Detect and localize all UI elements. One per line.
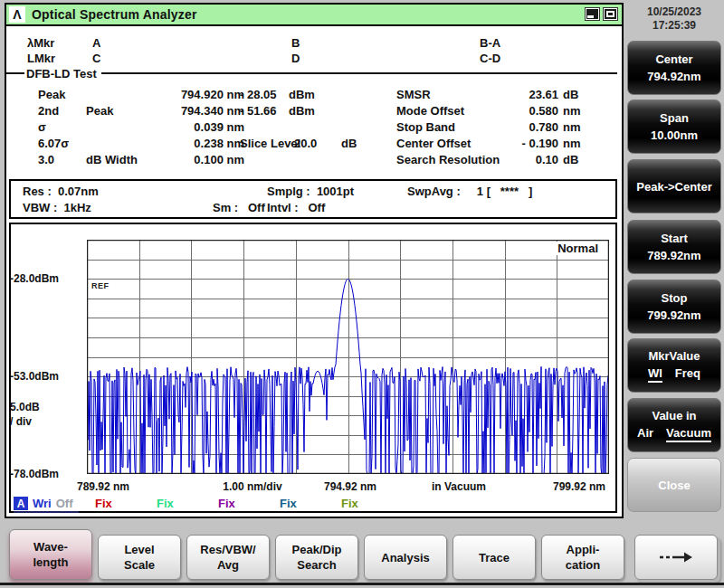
softkey-close[interactable]: Close: [627, 458, 721, 512]
bottom-divider: [0, 583, 724, 585]
window-title: Optical Spectrum Analyzer: [32, 7, 197, 22]
y-axis-ref-label: -28.0dBm: [10, 272, 84, 285]
y-axis-scale-label2: / div: [10, 415, 84, 428]
dashed-right-arrow-icon: [658, 550, 694, 564]
result-row-stop-band: Stop Band 0.780 nm: [396, 119, 614, 136]
fkey-application[interactable]: Appli-cation: [541, 535, 624, 580]
x-axis-center-label: 794.92 nm: [324, 480, 376, 494]
value-in-option-air[interactable]: Air: [637, 426, 653, 442]
marker-row-label: LMkr: [27, 51, 55, 66]
x-axis-perdiv-label: 1.00 nm/div: [223, 480, 281, 494]
date-text: 10/25/2023: [626, 5, 722, 19]
result-row-2nd-peak: 2nd Peak 794.340 nm - 51.66 dBm: [6, 103, 395, 119]
vbw-setting: VBW : 1kHz: [23, 200, 91, 216]
fkey-peak-dip-search[interactable]: Peak/DipSearch: [275, 535, 358, 580]
spectrum-trace-svg: [87, 240, 609, 474]
titlebar: Λ Optical Spectrum Analyzer: [6, 5, 622, 26]
marker-row-level: LMkr C D C-D: [27, 51, 615, 66]
marker-a: A: [92, 35, 100, 51]
sweep-average-setting: SwpAvg : 1 [ **** ]: [407, 184, 532, 200]
softkey-start[interactable]: Start789.92nm: [627, 220, 721, 274]
anritsu-logo-icon: Λ: [9, 6, 25, 23]
softkey-stop[interactable]: Stop799.92nm: [627, 280, 721, 334]
trace-label-fix-5[interactable]: Fix: [341, 497, 358, 510]
marker-b-a: B-A: [480, 35, 500, 51]
result-row-6sigma: 6.07σ 0.238 nm Slice Level 20.0 dB: [6, 136, 395, 152]
x-axis-stop-label: 799.92 nm: [553, 480, 605, 494]
result-row-search-resolution: Search Resolution 0.10 dB: [396, 152, 614, 168]
trace-label-fix-4[interactable]: Fix: [280, 497, 297, 510]
softkey-center[interactable]: Center794.92nm: [627, 41, 721, 95]
softkey-peak-to-center[interactable]: Peak->Center: [627, 159, 721, 213]
ref-level-label: REF: [90, 281, 110, 290]
y-axis-mid-label: -53.0dBm: [10, 370, 84, 383]
trace-a-badge: A: [14, 497, 28, 510]
value-in-option-vacuum[interactable]: Vacuum: [666, 426, 711, 442]
x-axis-start-label: 789.92 nm: [77, 480, 129, 494]
sampling-setting: Smplg : 1001pt: [267, 184, 354, 200]
softkey-marker-value[interactable]: MkrValue Wl Freq: [627, 338, 721, 393]
y-axis-bottom-label: -78.0dBm: [10, 468, 84, 480]
y-axis-scale-label: 5.0dB: [10, 401, 84, 413]
trace-label-fix-2[interactable]: Fix: [157, 497, 174, 510]
fkey-trace[interactable]: Trace: [452, 535, 536, 580]
result-row-peak: Peak 794.920 nm - 28.05 dBm: [6, 87, 395, 103]
marker-d: D: [291, 51, 300, 66]
fkey-more-menu[interactable]: [634, 535, 718, 580]
res-setting: Res : 0.07nm: [23, 184, 99, 200]
measure-mode-label: Normal: [554, 242, 602, 255]
x-axis-medium-label: in Vacuum: [432, 480, 486, 494]
spectrum-plot: REF Normal: [87, 240, 609, 474]
fkey-analysis[interactable]: Analysis: [364, 535, 447, 580]
marker-c-d: C-D: [480, 51, 500, 66]
result-row-sigma: σ 0.039 nm: [6, 119, 395, 136]
marker-c: C: [92, 51, 100, 66]
maximize-icon[interactable]: [603, 7, 618, 21]
trace-label-fix-3[interactable]: Fix: [218, 497, 235, 510]
trace-a-state[interactable]: A Wri Off: [14, 497, 79, 513]
trace-a-display-state: Off: [56, 497, 73, 510]
softkey-value-in[interactable]: Value in Air Vacuum: [627, 398, 721, 452]
result-row-center-offset: Center Offset - 0.190 nm: [396, 136, 614, 152]
fkey-wavelength[interactable]: Wave-length: [9, 529, 92, 580]
smoothing-setting: Sm : Off: [213, 200, 265, 216]
result-row-mode-offset: Mode Offset 0.580 nm: [396, 103, 614, 119]
divider: [101, 72, 617, 74]
analysis-section: DFB-LD Test: [6, 66, 618, 81]
trace-label-fix-1[interactable]: Fix: [95, 497, 112, 510]
osa-screen: Λ Optical Spectrum Analyzer λMkr A B B-A…: [0, 0, 724, 588]
main-window: Λ Optical Spectrum Analyzer λMkr A B B-A…: [5, 3, 624, 518]
mkrvalue-option-wl[interactable]: Wl: [648, 366, 662, 383]
time-text: 17:25:39: [626, 19, 722, 33]
analysis-title: DFB-LD Test: [24, 67, 101, 81]
trace-a-mode: Wri: [33, 497, 52, 510]
result-row-smsr: SMSR 23.61 dB: [396, 87, 614, 103]
trace-state-row: A Wri Off Fix Fix Fix Fix Fix: [6, 497, 618, 513]
interval-setting: Intvl : Off: [267, 200, 325, 216]
datetime-display: 10/25/2023 17:25:39: [626, 5, 722, 33]
sweep-settings-box: Res : 0.07nm Smplg : 1001pt SwpAvg : 1 […: [9, 179, 617, 219]
marker-row-wavelength: λMkr A B B-A: [27, 35, 615, 51]
marker-b: B: [291, 35, 300, 51]
minimize-icon[interactable]: [585, 7, 600, 21]
marker-row-label: λMkr: [27, 35, 54, 51]
softkey-span[interactable]: Span10.00nm: [627, 100, 721, 154]
divider: [6, 72, 24, 74]
mkrvalue-option-freq[interactable]: Freq: [675, 366, 700, 383]
result-row-db-width: 3.0 dB Width 0.100 nm: [6, 152, 395, 168]
fkey-res-vbw-avg[interactable]: Res/VBW/Avg: [186, 535, 270, 580]
fkey-level-scale[interactable]: LevelScale: [98, 535, 181, 580]
